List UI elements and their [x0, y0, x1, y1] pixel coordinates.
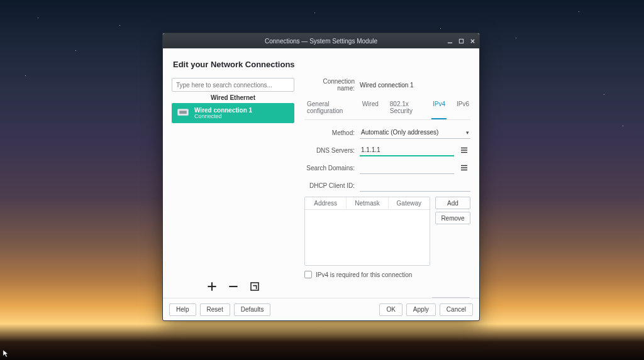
apply-button[interactable]: Apply — [406, 303, 436, 316]
method-select[interactable]: Automatic (Only addresses) ▾ — [360, 126, 470, 139]
chevron-down-icon: ▾ — [466, 129, 469, 136]
defaults-button[interactable]: Defaults — [234, 303, 271, 316]
tab-ipv4[interactable]: IPv4 — [431, 98, 447, 119]
tab-general[interactable]: General configuration — [306, 98, 352, 119]
search-connections-input[interactable] — [172, 78, 294, 92]
tab-ipv6[interactable]: IPv6 — [455, 98, 470, 119]
addresses-table[interactable]: Address Netmask Gateway — [304, 197, 430, 266]
ok-button[interactable]: OK — [379, 303, 402, 316]
svg-rect-5 — [179, 111, 187, 114]
settings-window: Connections — System Settings Module Edi… — [162, 33, 480, 321]
settings-tabs: General configuration Wired 802.1x Secur… — [304, 98, 470, 120]
dhcp-client-id-input[interactable] — [360, 179, 470, 192]
dialog-footer: Help Reset Defaults OK Apply Cancel — [163, 298, 479, 320]
connection-name-value[interactable]: Wired connection 1 — [360, 82, 414, 89]
connection-group-header: Wired Ethernet — [172, 92, 294, 103]
connections-sidebar: Wired Ethernet Wired connection 1 Connec… — [172, 78, 294, 293]
connection-name: Wired connection 1 — [194, 107, 252, 114]
export-connection-button[interactable] — [250, 281, 260, 292]
close-button[interactable] — [468, 36, 477, 45]
tab-8021x[interactable]: 802.1x Security — [389, 98, 423, 119]
add-connection-button[interactable] — [207, 281, 217, 292]
cancel-button[interactable]: Cancel — [440, 303, 473, 316]
search-domains-list-button[interactable] — [459, 163, 469, 173]
help-button[interactable]: Help — [169, 303, 196, 316]
add-address-button[interactable]: Add — [435, 197, 470, 209]
connection-list-item[interactable]: Wired connection 1 Connected — [172, 103, 294, 123]
svg-rect-9 — [251, 283, 258, 290]
col-netmask[interactable]: Netmask — [347, 197, 388, 209]
dhcp-client-label: DHCP Client ID: — [304, 182, 355, 189]
page-heading: Edit your Network Connections — [173, 60, 470, 69]
reset-button[interactable]: Reset — [200, 303, 230, 316]
connection-details: Connection name: Wired connection 1 Gene… — [304, 78, 470, 293]
titlebar[interactable]: Connections — System Settings Module — [163, 33, 479, 48]
method-label: Method: — [304, 129, 355, 136]
dns-edit-list-button[interactable] — [459, 145, 469, 155]
connection-name-label: Connection name: — [304, 78, 355, 92]
minimize-button[interactable] — [445, 36, 454, 45]
ipv4-required-checkbox[interactable] — [304, 271, 312, 278]
maximize-button[interactable] — [457, 36, 465, 45]
window-title: Connections — System Settings Module — [265, 38, 377, 45]
dns-label: DNS Servers: — [304, 147, 355, 154]
remove-address-button[interactable]: Remove — [435, 212, 470, 224]
col-gateway[interactable]: Gateway — [389, 197, 430, 209]
ethernet-icon — [177, 108, 189, 118]
window-controls — [445, 33, 477, 48]
dns-servers-input[interactable] — [360, 144, 454, 156]
search-domains-label: Search Domains: — [304, 165, 355, 172]
svg-rect-1 — [459, 39, 463, 43]
col-address[interactable]: Address — [305, 197, 347, 209]
mouse-cursor-icon — [3, 349, 11, 360]
method-value: Automatic (Only addresses) — [361, 129, 438, 136]
search-domains-input[interactable] — [360, 161, 454, 174]
window-body: Edit your Network Connections Wired Ethe… — [163, 48, 479, 298]
connection-status: Connected — [194, 114, 252, 120]
remove-connection-button[interactable] — [228, 281, 238, 292]
ipv4-required-label: IPv4 is required for this connection — [316, 271, 412, 278]
tab-wired[interactable]: Wired — [361, 98, 380, 119]
